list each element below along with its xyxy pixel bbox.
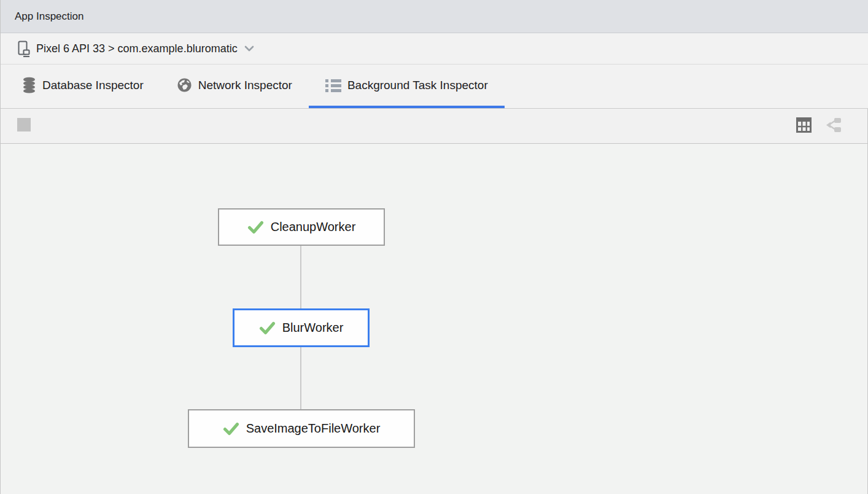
- chevron-down-icon: [244, 45, 255, 52]
- globe-icon: [177, 77, 192, 93]
- worker-node-label: CleanupWorker: [271, 220, 356, 234]
- tab-label: Background Task Inspector: [347, 79, 488, 92]
- app-inspection-window: App Inspection Pixel 6 API 33 > com.exam…: [0, 0, 868, 494]
- table-view-icon: [796, 117, 812, 135]
- stop-inspector-button[interactable]: [14, 116, 34, 136]
- window-title: App Inspection: [15, 10, 83, 23]
- check-icon: [259, 321, 276, 335]
- check-icon: [247, 220, 264, 235]
- tab-label: Network Inspector: [198, 79, 292, 92]
- inspector-toolbar: [1, 109, 868, 144]
- worker-node-blurworker[interactable]: BlurWorker: [233, 308, 370, 347]
- list-icon: [325, 78, 341, 93]
- view-mode-buttons: [794, 116, 843, 136]
- worker-node-label: SaveImageToFileWorker: [246, 421, 381, 436]
- graph-view-icon: [825, 117, 842, 135]
- process-selector-label: Pixel 6 API 33 > com.example.bluromatic: [36, 42, 238, 55]
- virtual-device-icon: [17, 41, 31, 57]
- tab-database-inspector[interactable]: Database Inspector: [6, 65, 160, 108]
- check-icon: [223, 421, 239, 436]
- worker-node-saveimagetofileworker[interactable]: SaveImageToFileWorker: [188, 409, 415, 448]
- task-graph-canvas[interactable]: CleanupWorker BlurWorker SaveImageToFile…: [1, 144, 868, 494]
- graph-view-button[interactable]: [823, 116, 843, 136]
- database-icon: [22, 77, 36, 93]
- tab-network-inspector[interactable]: Network Inspector: [160, 65, 309, 108]
- stop-inspector-icon: [17, 118, 31, 134]
- table-view-button[interactable]: [794, 116, 813, 136]
- graph-edge: [300, 347, 301, 409]
- graph-edge: [300, 246, 301, 308]
- inspector-tabs: Database Inspector Network Inspector: [1, 65, 868, 109]
- process-selector[interactable]: Pixel 6 API 33 > com.example.bluromatic: [1, 33, 868, 65]
- tab-background-task-inspector[interactable]: Background Task Inspector: [309, 65, 505, 108]
- window-header: App Inspection: [1, 0, 868, 33]
- tab-label: Database Inspector: [42, 79, 144, 92]
- worker-node-cleanupworker[interactable]: CleanupWorker: [218, 208, 385, 246]
- worker-node-label: BlurWorker: [282, 321, 344, 335]
